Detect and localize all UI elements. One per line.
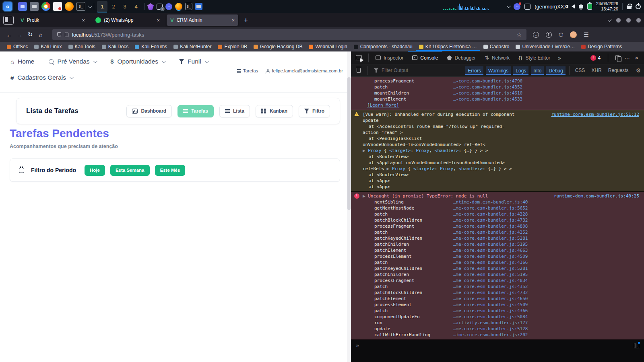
responsive-mode-icon[interactable] [615,55,619,60]
frame-location[interactable]: …me-core.esm-bundler.js:4352 [453,229,528,235]
browser-tab[interactable]: VCRM Admin× [167,14,238,26]
period-button-esta-semana[interactable]: Esta Semana [110,165,150,176]
bookmark-item[interactable]: Kali Forums [132,42,170,51]
filter-input[interactable]: Filter Output [382,68,408,73]
frame-location[interactable]: …me-core.esm-bundler.js:5281 [453,235,528,241]
launcher-dropdown-icon[interactable] [88,4,92,8]
forward-button[interactable]: → [14,31,25,38]
profile-avatar[interactable] [570,31,577,38]
frame-location[interactable]: …me-core.esm-bundler.js:4366 [453,308,528,314]
firefox-tray-icon[interactable] [175,3,182,10]
discord-tray-icon[interactable] [165,3,172,10]
bookmark-item[interactable]: Kali Docs [99,42,132,51]
app-launcher-icon[interactable] [18,2,27,11]
period-button-hoje[interactable]: Hoje [85,165,105,176]
bookmark-item[interactable]: Design Patterns [578,42,625,51]
site-info-icon[interactable] [65,33,68,37]
extensions-icon[interactable]: ⬡ [559,32,563,38]
console-prompt[interactable]: » [356,342,359,349]
console-output[interactable]: processFragment…-core.esm-bundler.js:479… [351,77,644,362]
home-button[interactable]: ⌂ [35,31,46,38]
bookmark-item[interactable]: Kali NetHunter [171,42,214,51]
clear-console-icon[interactable] [357,68,361,73]
view-button-filtro[interactable]: Filtro [299,105,330,117]
frame-location[interactable]: …-core.esm-bundler.js:4790 [453,78,522,84]
bookmark-item[interactable]: Kali Linux [31,42,64,51]
url-bar[interactable]: localhost:5173/#/pending-tasks ☆ [52,29,526,40]
frame-location[interactable]: …-core.esm-bundler.js:4352 [453,84,522,90]
tray-app-icon[interactable]: 2 [157,4,163,10]
filter-toggle-errors[interactable]: Errors [465,66,483,75]
view-button-tarefas[interactable]: Tarefas [178,105,214,117]
workspace-2[interactable]: 2 [108,1,119,12]
firefox-launcher-icon[interactable] [65,2,74,11]
minimize-button[interactable] [616,18,621,23]
devtools-tab-style-editor[interactable]: {}Style Editor [514,51,555,64]
file-manager-icon[interactable] [30,2,39,11]
browser-tab[interactable]: (2) WhatsApp× [92,14,163,26]
power-icon[interactable] [636,4,641,9]
devtools-tab-debugger[interactable]: Debugger [442,51,480,64]
bookmark-star-icon[interactable]: ☆ [516,31,522,38]
frame-location[interactable]: …me-core.esm-bundler.js:4352 [453,284,528,290]
frame-location[interactable]: …me-core.esm-bundler.js:4834 [453,278,528,284]
workspace-1[interactable]: 1 [97,1,107,12]
firefox-view-icon[interactable] [3,16,14,25]
page-scrollbar[interactable] [347,51,351,362]
bookmark-item[interactable]: Kit 100pcs Eletrônica … [416,42,480,51]
back-button[interactable]: ← [4,31,14,38]
notifications-icon[interactable] [579,4,583,8]
period-button-este-mês[interactable]: Este Mês [155,165,186,176]
tab-close-icon[interactable]: × [231,17,235,23]
folder-tray-icon[interactable] [195,3,202,10]
chrome-icon[interactable] [41,2,50,11]
nav-item-pré-vendas[interactable]: Pré Vendas [49,58,96,65]
pocket-icon[interactable]: ⌄ [533,32,539,38]
bookmark-item[interactable]: Google Hacking DB [251,42,305,51]
nav-item-oportunidades[interactable]: $Oportunidades [111,58,165,65]
account-icon[interactable] [546,32,552,38]
obsidian-tray-icon[interactable] [147,3,154,10]
source-link[interactable]: runtime-core.esm-bundler.js:51:12 [551,111,639,117]
devtools-tab-network[interactable]: ⇅Network [480,51,514,64]
new-tab-button[interactable]: + [242,16,250,24]
user-email[interactable]: felipe.lamela@admsistema.com.br [265,68,343,73]
lock-screen-icon[interactable] [627,6,632,9]
frame-location[interactable]: …me-core.esm-bundler.js:4808 [453,223,528,229]
error-count-badge[interactable]: !4 [590,55,601,61]
nav-item-cadastros-gerais[interactable]: # Cadastros Gerais [0,65,347,81]
terminal-icon[interactable]: $_ [76,2,85,11]
bookmark-item[interactable]: Kali Tools [66,42,98,51]
text-editor-icon[interactable] [53,2,62,11]
bookmark-item[interactable]: OffSec [4,42,31,51]
source-link[interactable]: runtime-dom.esm-bundler.js:40:25 [554,193,639,199]
kali-menu-icon[interactable]: 𐍈 [3,2,12,11]
filter-toggle-requests[interactable]: Requests [608,68,629,73]
frame-location[interactable]: …me-core.esm-bundler.js:4509 [453,253,528,259]
devtools-tab-console[interactable]: >_Console [408,51,442,64]
learn-more-link[interactable]: [Learn More] [367,103,399,108]
filter-toggle-logs[interactable]: Logs [513,66,528,75]
tasks-shortcut[interactable]: Tarefas [237,68,258,73]
frame-location[interactable]: …me-core.esm-bundler.js:5652 [453,205,528,211]
nav-item-funil[interactable]: Funil [179,58,208,65]
pick-element-icon[interactable] [356,55,362,60]
frame-location[interactable]: …me-core.esm-bundler.js:4509 [453,302,528,308]
workspace-4[interactable]: 4 [131,1,141,12]
menu-icon[interactable]: ☰ [584,31,589,38]
frame-location[interactable]: …me-core.esm-bundler.js:4328 [453,211,528,217]
clock[interactable]: 24/03/202613:47:26 [596,1,618,12]
filter-toggle-warnings[interactable]: Warnings [486,66,511,75]
console-settings-icon[interactable]: ⚙ [636,67,641,74]
browser-tab[interactable]: VProtik× [17,14,89,26]
console-input-row[interactable]: » [351,340,644,351]
view-button-kanban[interactable]: Kanban [256,105,293,117]
frame-location[interactable]: …activity.esm-bundler.js:177 [453,320,528,326]
frame-location[interactable]: …me-core.esm-bundler.js:4732 [453,290,528,296]
tracking-protection-icon[interactable] [57,32,61,37]
close-window-button[interactable] [636,18,641,23]
tab-close-icon[interactable]: × [157,17,160,23]
workspace-3[interactable]: 3 [120,1,130,12]
filter-toggle-info[interactable]: Info [531,66,544,75]
bookmark-item[interactable]: Cadastro [481,42,512,51]
